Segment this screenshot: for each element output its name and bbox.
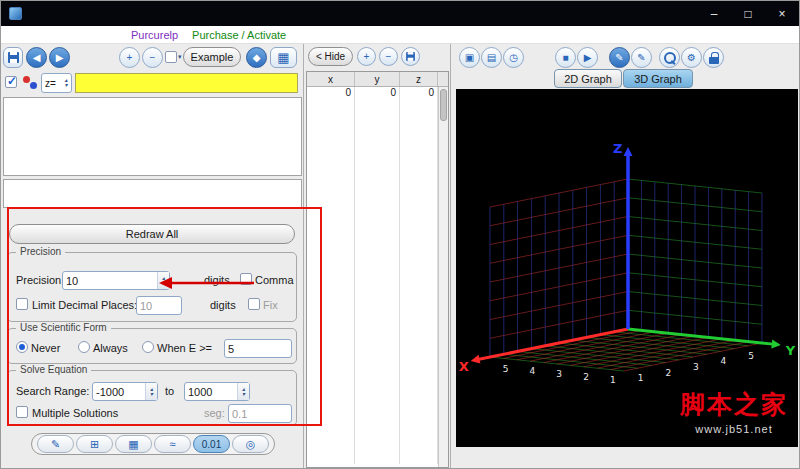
range-from-input[interactable]	[93, 383, 145, 400]
menu-item-purchase[interactable]: Purchase / Activate	[192, 29, 286, 41]
plus-grid-icon: ⊞	[90, 438, 99, 451]
table-row[interactable]	[307, 217, 448, 230]
limit-decimal-input[interactable]	[137, 297, 181, 314]
column-header-y[interactable]: y	[355, 72, 400, 86]
table-row[interactable]	[307, 451, 448, 464]
table-icon: ▦	[128, 438, 138, 451]
tab-insert[interactable]: ⊞	[76, 435, 113, 453]
trace-mode-button[interactable]: ✎	[631, 47, 652, 68]
quick-check-dropdown[interactable]: ▾	[165, 51, 182, 63]
tab-3d-graph[interactable]: 3D Graph	[623, 69, 693, 88]
lock-button[interactable]	[703, 47, 724, 68]
equation-type-select[interactable]: z= ▴ ▾	[41, 73, 72, 93]
grid-settings-button[interactable]: ▦	[270, 47, 297, 68]
add-expression-button[interactable]: +	[119, 47, 140, 68]
tab-precision[interactable]: 0.01	[193, 435, 230, 453]
table-row[interactable]	[307, 230, 448, 243]
maximize-button[interactable]: □	[731, 1, 765, 26]
threshold-input[interactable]	[225, 340, 291, 357]
equation-enabled-checkbox[interactable]	[5, 76, 17, 88]
table-row[interactable]	[307, 269, 448, 282]
tab-waves[interactable]: ≈	[154, 435, 191, 453]
diamond-button[interactable]: ◆	[246, 47, 267, 68]
graph-canvas[interactable]: XYZ5432112345 脚本之家 www.jb51.net	[456, 89, 798, 447]
tab-2d-graph[interactable]: 2D Graph	[554, 69, 622, 88]
table-row[interactable]	[307, 321, 448, 334]
settings-button[interactable]: ⚙	[681, 47, 702, 68]
table-row[interactable]	[307, 347, 448, 360]
copy-graph-button[interactable]: ▣	[459, 47, 480, 68]
table-row[interactable]	[307, 204, 448, 217]
remove-row-button[interactable]: −	[379, 47, 398, 66]
multiple-solutions-checkbox[interactable]	[16, 406, 28, 418]
animate-button[interactable]: ◷	[503, 47, 524, 68]
column-header-z[interactable]: z	[400, 72, 438, 86]
xyz-table[interactable]: x y z 000	[306, 71, 449, 468]
close-button[interactable]: ×	[765, 1, 799, 26]
color-dots-icon[interactable]	[23, 75, 37, 89]
add-row-button[interactable]: +	[357, 47, 376, 66]
redraw-all-button[interactable]: Redraw All	[9, 224, 295, 244]
never-radio[interactable]	[16, 341, 28, 353]
fix-checkbox[interactable]	[248, 298, 260, 310]
spinner[interactable]: ▴ ▾	[145, 383, 157, 400]
table-row[interactable]	[307, 360, 448, 373]
table-row[interactable]	[307, 412, 448, 425]
range-to-input[interactable]	[185, 383, 237, 400]
table-scrollbar[interactable]	[438, 87, 448, 467]
table-row[interactable]	[307, 178, 448, 191]
svg-text:1: 1	[638, 373, 644, 383]
seg-input[interactable]	[229, 405, 291, 422]
table-row[interactable]	[307, 126, 448, 139]
remove-expression-button[interactable]: −	[142, 47, 163, 68]
export-button[interactable]: ▤	[481, 47, 502, 68]
result-panel[interactable]	[3, 179, 302, 208]
always-radio[interactable]	[78, 341, 90, 353]
table-row[interactable]	[307, 165, 448, 178]
table-row[interactable]	[307, 113, 448, 126]
prev-button[interactable]: ◀	[26, 47, 47, 68]
table-row[interactable]	[307, 139, 448, 152]
scrollbar-thumb[interactable]	[440, 89, 447, 121]
table-row[interactable]	[307, 191, 448, 204]
table-row[interactable]	[307, 282, 448, 295]
spinner[interactable]: ▴ ▾	[157, 272, 169, 289]
table-row[interactable]: 000	[307, 87, 448, 100]
equation-input[interactable]	[75, 73, 298, 93]
save-table-button[interactable]	[401, 47, 420, 66]
minimize-button[interactable]: –	[697, 1, 731, 26]
spinner[interactable]: ▴ ▾	[237, 383, 249, 400]
comma-checkbox[interactable]	[240, 273, 252, 285]
table-row[interactable]	[307, 256, 448, 269]
tab-gauge[interactable]: ◎	[232, 435, 269, 453]
table-row[interactable]	[307, 334, 448, 347]
spinner[interactable]: ▴ ▾	[61, 78, 71, 88]
save-button[interactable]	[3, 47, 23, 68]
precision-input[interactable]	[63, 272, 157, 289]
table-row[interactable]	[307, 438, 448, 451]
table-row[interactable]	[307, 308, 448, 321]
column-header-x[interactable]: x	[307, 72, 355, 86]
example-button[interactable]: Example	[183, 47, 241, 67]
limit-decimal-checkbox[interactable]	[16, 298, 28, 310]
tab-table[interactable]: ▦	[115, 435, 152, 453]
table-row[interactable]	[307, 399, 448, 412]
expression-list[interactable]	[3, 97, 302, 176]
table-row[interactable]	[307, 243, 448, 256]
table-row[interactable]	[307, 425, 448, 438]
next-button[interactable]: ▶	[49, 47, 70, 68]
table-row[interactable]	[307, 373, 448, 386]
app-icon	[9, 7, 22, 20]
table-row[interactable]	[307, 152, 448, 165]
play-button[interactable]: ▶	[577, 47, 598, 68]
table-row[interactable]	[307, 386, 448, 399]
tab-edit[interactable]: ✎	[37, 435, 74, 453]
table-row[interactable]	[307, 100, 448, 113]
menu-item-help[interactable]: Purcurelp	[131, 29, 178, 41]
stop-button[interactable]: ■	[555, 47, 576, 68]
zoom-button[interactable]	[659, 47, 680, 68]
table-row[interactable]	[307, 295, 448, 308]
when-e-radio[interactable]	[142, 341, 154, 353]
hide-button[interactable]: < Hide	[308, 47, 353, 66]
draw-mode-button[interactable]: ✎	[609, 47, 630, 68]
